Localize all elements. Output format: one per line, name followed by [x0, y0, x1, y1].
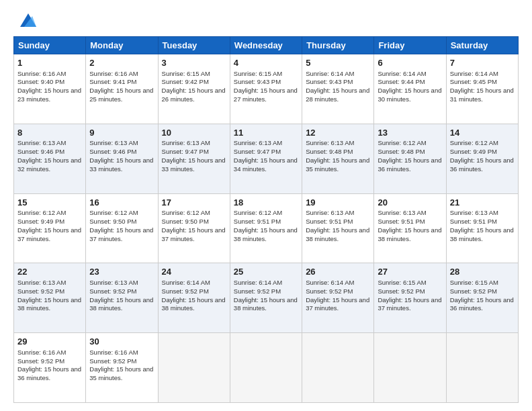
- daylight-text: Daylight: 15 hours and 34 minutes.: [234, 156, 298, 173]
- sunset-text: Sunset: 9:41 PM: [89, 78, 136, 85]
- sunset-text: Sunset: 9:47 PM: [234, 148, 281, 155]
- daylight-text: Daylight: 15 hours and 38 minutes.: [450, 226, 514, 242]
- day-number: 12: [306, 127, 370, 139]
- day-number: 4: [234, 57, 298, 69]
- table-cell: 7Sunrise: 6:14 AMSunset: 9:45 PMDaylight…: [446, 54, 518, 124]
- daylight-text: Daylight: 15 hours and 30 minutes.: [378, 87, 441, 103]
- day-number: 30: [89, 336, 154, 348]
- table-cell: 23Sunrise: 6:13 AMSunset: 9:52 PMDayligh…: [86, 263, 158, 333]
- sunrise-text: Sunrise: 6:16 AM: [17, 70, 66, 77]
- table-cell: 16Sunrise: 6:12 AMSunset: 9:50 PMDayligh…: [86, 193, 158, 263]
- table-cell: [374, 333, 446, 403]
- daylight-text: Daylight: 15 hours and 36 minutes.: [378, 156, 441, 173]
- sunset-text: Sunset: 9:52 PM: [89, 357, 136, 365]
- sunset-text: Sunset: 9:52 PM: [378, 287, 425, 295]
- sunrise-text: Sunrise: 6:16 AM: [17, 349, 66, 356]
- table-cell: 3Sunrise: 6:15 AMSunset: 9:42 PMDaylight…: [158, 54, 230, 124]
- day-number: 23: [89, 266, 154, 278]
- col-tuesday: Tuesday: [158, 37, 230, 54]
- table-cell: 22Sunrise: 6:13 AMSunset: 9:52 PMDayligh…: [14, 263, 86, 333]
- day-number: 13: [378, 127, 442, 139]
- calendar-week-row: 8Sunrise: 6:13 AMSunset: 9:46 PMDaylight…: [14, 124, 519, 193]
- table-cell: [446, 333, 518, 403]
- day-number: 8: [17, 127, 82, 139]
- day-number: 6: [378, 57, 442, 69]
- sunset-text: Sunset: 9:52 PM: [450, 287, 497, 295]
- sunrise-text: Sunrise: 6:13 AM: [17, 279, 66, 286]
- table-cell: 2Sunrise: 6:16 AMSunset: 9:41 PMDaylight…: [86, 54, 158, 124]
- day-number: 15: [17, 197, 82, 209]
- sunrise-text: Sunrise: 6:15 AM: [450, 279, 498, 286]
- daylight-text: Daylight: 15 hours and 31 minutes.: [450, 87, 514, 103]
- day-number: 25: [234, 266, 298, 278]
- day-number: 7: [450, 57, 515, 69]
- daylight-text: Daylight: 15 hours and 38 minutes.: [234, 226, 298, 242]
- sunset-text: Sunset: 9:48 PM: [306, 148, 353, 155]
- daylight-text: Daylight: 15 hours and 37 minutes.: [17, 226, 81, 242]
- table-cell: 17Sunrise: 6:12 AMSunset: 9:50 PMDayligh…: [158, 193, 230, 263]
- daylight-text: Daylight: 15 hours and 38 minutes.: [17, 296, 81, 312]
- day-number: 17: [162, 197, 226, 209]
- sunset-text: Sunset: 9:46 PM: [17, 148, 64, 155]
- table-cell: 24Sunrise: 6:14 AMSunset: 9:52 PMDayligh…: [158, 263, 230, 333]
- table-cell: 13Sunrise: 6:12 AMSunset: 9:48 PMDayligh…: [374, 124, 446, 193]
- day-number: 16: [89, 197, 154, 209]
- day-number: 28: [450, 266, 515, 278]
- col-saturday: Saturday: [446, 37, 518, 54]
- daylight-text: Daylight: 15 hours and 36 minutes.: [450, 156, 514, 173]
- day-number: 18: [234, 197, 298, 209]
- day-number: 14: [450, 127, 515, 139]
- table-cell: 1Sunrise: 6:16 AMSunset: 9:40 PMDaylight…: [14, 54, 86, 124]
- sunrise-text: Sunrise: 6:14 AM: [162, 279, 210, 286]
- daylight-text: Daylight: 15 hours and 38 minutes.: [162, 296, 226, 312]
- sunset-text: Sunset: 9:51 PM: [234, 218, 281, 225]
- sunset-text: Sunset: 9:49 PM: [450, 148, 497, 155]
- sunset-text: Sunset: 9:46 PM: [89, 148, 136, 155]
- day-number: 1: [17, 57, 82, 69]
- daylight-text: Daylight: 15 hours and 38 minutes.: [378, 226, 441, 242]
- sunrise-text: Sunrise: 6:12 AM: [234, 209, 282, 216]
- page: Sunday Monday Tuesday Wednesday Thursday…: [0, 0, 532, 411]
- day-number: 26: [306, 266, 370, 278]
- table-cell: 8Sunrise: 6:13 AMSunset: 9:46 PMDaylight…: [14, 124, 86, 193]
- sunrise-text: Sunrise: 6:16 AM: [89, 349, 138, 356]
- col-monday: Monday: [86, 37, 158, 54]
- table-cell: 30Sunrise: 6:16 AMSunset: 9:52 PMDayligh…: [86, 333, 158, 403]
- table-cell: 11Sunrise: 6:13 AMSunset: 9:47 PMDayligh…: [230, 124, 302, 193]
- calendar-week-row: 15Sunrise: 6:12 AMSunset: 9:49 PMDayligh…: [14, 193, 519, 263]
- sunset-text: Sunset: 9:50 PM: [162, 218, 209, 225]
- table-cell: [230, 333, 302, 403]
- day-number: 29: [17, 336, 82, 348]
- day-number: 24: [162, 266, 226, 278]
- sunset-text: Sunset: 9:50 PM: [89, 218, 136, 225]
- sunset-text: Sunset: 9:51 PM: [306, 218, 353, 225]
- table-cell: 12Sunrise: 6:13 AMSunset: 9:48 PMDayligh…: [302, 124, 374, 193]
- table-cell: 21Sunrise: 6:13 AMSunset: 9:51 PMDayligh…: [446, 193, 518, 263]
- table-cell: 18Sunrise: 6:12 AMSunset: 9:51 PMDayligh…: [230, 193, 302, 263]
- table-cell: 9Sunrise: 6:13 AMSunset: 9:46 PMDaylight…: [86, 124, 158, 193]
- daylight-text: Daylight: 15 hours and 28 minutes.: [306, 87, 369, 103]
- table-cell: 14Sunrise: 6:12 AMSunset: 9:49 PMDayligh…: [446, 124, 518, 193]
- day-number: 10: [162, 127, 226, 139]
- sunrise-text: Sunrise: 6:12 AM: [162, 209, 210, 216]
- day-number: 22: [17, 266, 82, 278]
- day-number: 11: [234, 127, 298, 139]
- daylight-text: Daylight: 15 hours and 33 minutes.: [89, 156, 153, 173]
- sunset-text: Sunset: 9:52 PM: [17, 287, 64, 295]
- table-cell: 15Sunrise: 6:12 AMSunset: 9:49 PMDayligh…: [14, 193, 86, 263]
- col-sunday: Sunday: [14, 37, 86, 54]
- table-cell: 28Sunrise: 6:15 AMSunset: 9:52 PMDayligh…: [446, 263, 518, 333]
- sunrise-text: Sunrise: 6:12 AM: [378, 139, 426, 146]
- sunset-text: Sunset: 9:42 PM: [162, 78, 209, 85]
- sunrise-text: Sunrise: 6:12 AM: [89, 209, 138, 216]
- sunrise-text: Sunrise: 6:13 AM: [450, 209, 498, 216]
- sunrise-text: Sunrise: 6:13 AM: [378, 209, 426, 216]
- sunset-text: Sunset: 9:49 PM: [17, 218, 64, 225]
- daylight-text: Daylight: 15 hours and 33 minutes.: [162, 156, 226, 173]
- sunset-text: Sunset: 9:52 PM: [306, 287, 353, 295]
- sunrise-text: Sunrise: 6:14 AM: [234, 279, 282, 286]
- sunset-text: Sunset: 9:51 PM: [378, 218, 425, 225]
- daylight-text: Daylight: 15 hours and 37 minutes.: [89, 226, 153, 242]
- sunset-text: Sunset: 9:48 PM: [378, 148, 425, 155]
- sunrise-text: Sunrise: 6:14 AM: [378, 70, 426, 77]
